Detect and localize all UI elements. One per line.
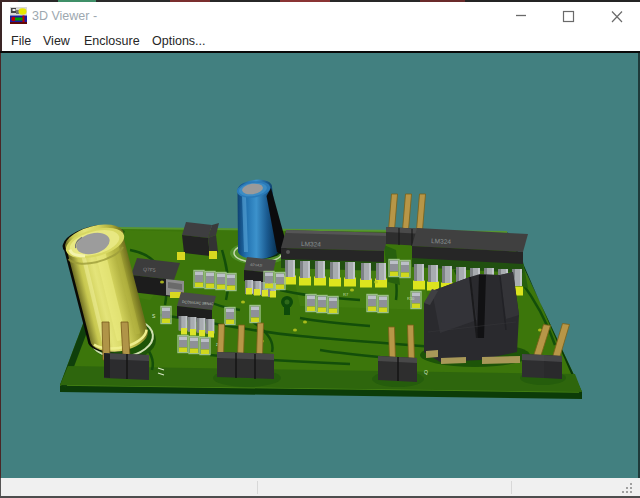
svg-text:R10: R10: [407, 296, 415, 301]
svg-text:4Px4JI: 4Px4JI: [250, 262, 263, 268]
svg-text:Q: Q: [424, 369, 428, 375]
svg-text:R7: R7: [343, 292, 349, 297]
svg-text:LM324: LM324: [301, 240, 321, 248]
svg-text:Q7F5: Q7F5: [143, 266, 156, 273]
svg-text:LM324: LM324: [431, 237, 452, 245]
